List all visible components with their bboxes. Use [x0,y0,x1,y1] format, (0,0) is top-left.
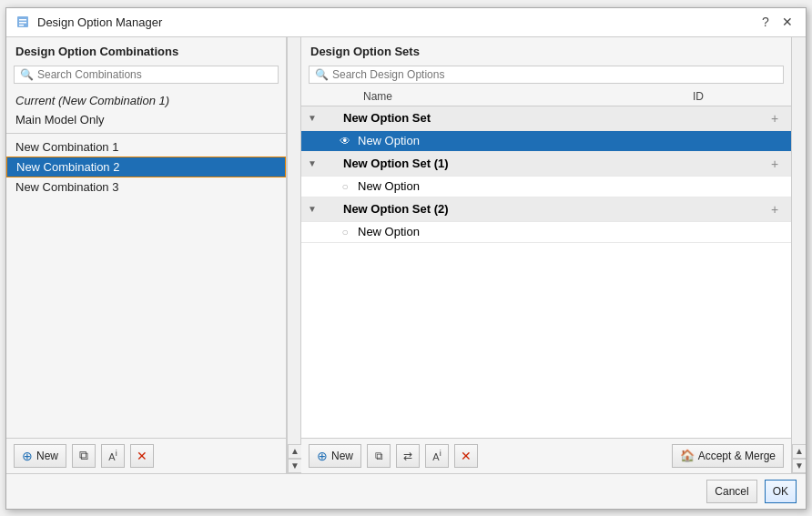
option-set-label: New Option Set (2) [343,202,766,216]
dialog-footer: Cancel OK [6,473,806,509]
right-new-button[interactable]: ⊕ New [309,444,361,468]
title-bar: Design Option Manager ? ✕ [6,8,806,37]
new-icon: ⊕ [22,449,33,463]
title-bar-controls: ? ✕ [756,13,797,31]
eye-icon-placeholder [321,157,340,171]
option-label: New Option [358,179,787,193]
svg-rect-3 [19,25,24,26]
dialog-body: Design Option Combinations 🔍 Current (Ne… [6,37,806,473]
option-search-input[interactable] [332,68,777,81]
add-option-button[interactable]: + [766,109,784,127]
list-item[interactable]: New Combination 3 [6,177,286,197]
rename-icon: Ai [432,449,441,462]
list-item[interactable]: Current (New Combination 1) [6,91,286,110]
transfer-icon: ⇄ [403,450,412,462]
delete-icon: ✕ [137,449,147,463]
expand-icon [320,134,334,148]
combination-search-input[interactable] [37,68,272,81]
option-label: New Option [358,225,787,238]
new-icon: ⊕ [317,449,328,463]
left-panel-header: Design Option Combinations [6,37,286,62]
expand-icon[interactable]: ▼ [305,111,320,126]
left-scroll-area: ▲ ▼ [287,37,301,473]
duplicate-to-icon: ⧉ [375,450,383,462]
accept-merge-button[interactable]: 🏠 Accept & Merge [672,444,784,468]
option-set-label: New Option Set (1) [343,157,766,170]
dialog-icon [15,15,30,29]
search-icon: 🔍 [20,68,34,81]
rename-icon: Ai [108,449,117,462]
right-search-icon: 🔍 [315,68,329,81]
right-rename-button[interactable]: Ai [425,444,449,468]
expand-icon[interactable]: ▼ [305,202,320,217]
option-list: ▼ New Option Set + 👁 New Option ▼ New Op… [301,106,791,438]
option-child-row[interactable]: ○ New Option [301,222,791,243]
right-footer: ⊕ New ⧉ ⇄ Ai ✕ 🏠 Accept & Merg [301,438,791,473]
option-search-box: 🔍 [309,66,784,84]
left-delete-button[interactable]: ✕ [130,444,154,468]
add-option-button[interactable]: + [766,155,784,173]
combination-list: Current (New Combination 1) Main Model O… [6,91,286,438]
col-id-header: ID [693,90,784,103]
left-new-label: New [36,450,58,462]
option-set-label: New Option Set [343,111,766,125]
col-name-header: Name [309,90,693,103]
ok-button[interactable]: OK [765,480,797,503]
left-panel: Design Option Combinations 🔍 Current (Ne… [6,37,287,473]
option-child-row[interactable]: ○ New Option [301,177,791,197]
eye-icon-placeholder [321,111,340,126]
left-rename-button[interactable]: Ai [101,444,125,468]
list-item[interactable]: Main Model Only [6,110,286,129]
list-separator [6,133,286,134]
scroll-up-left[interactable]: ▲ [288,444,302,459]
left-footer: ⊕ New ⧉ Ai ✕ [6,438,286,473]
svg-rect-2 [19,22,26,24]
accept-merge-label: Accept & Merge [698,450,776,462]
design-option-manager-dialog: Design Option Manager ? ✕ Design Option … [5,7,807,510]
right-duplicate-button[interactable]: ⧉ [367,444,391,468]
left-duplicate-button[interactable]: ⧉ [72,444,96,468]
duplicate-icon: ⧉ [79,448,88,463]
expand-icon[interactable]: ▼ [305,157,320,171]
eye-icon[interactable]: 👁 [336,134,354,148]
list-item-selected[interactable]: New Combination 2 [6,157,286,177]
scroll-up-right[interactable]: ▲ [792,444,806,459]
svg-rect-1 [19,19,26,21]
expand-icon [320,179,334,194]
option-table-header: Name ID [301,87,791,106]
right-scroll-area: ▲ ▼ [791,37,806,473]
close-button[interactable]: ✕ [778,13,797,31]
title-bar-left: Design Option Manager [15,15,162,29]
left-new-button[interactable]: ⊕ New [14,444,66,468]
combination-search-box: 🔍 [14,66,279,84]
option-label: New Option [358,134,787,147]
right-delete-button[interactable]: ✕ [454,444,478,468]
help-button[interactable]: ? [756,13,775,31]
dialog-title: Design Option Manager [37,15,162,29]
right-panel: Design Option Sets 🔍 Name ID ▼ New Optio… [301,37,791,473]
eye-icon[interactable]: ○ [336,179,354,194]
option-set-row[interactable]: ▼ New Option Set (1) + [301,152,791,177]
delete-icon: ✕ [461,449,472,463]
eye-icon-placeholder [321,202,340,217]
option-child-row[interactable]: 👁 New Option [301,131,791,152]
scroll-down-right[interactable]: ▼ [792,459,806,473]
accept-merge-icon: 🏠 [680,449,695,462]
option-set-row[interactable]: ▼ New Option Set + [301,106,791,131]
scroll-down-left[interactable]: ▼ [288,459,302,473]
right-transfer-button[interactable]: ⇄ [396,444,420,468]
cancel-button[interactable]: Cancel [706,480,756,503]
right-new-label: New [331,450,353,462]
eye-icon[interactable]: ○ [336,225,354,239]
expand-icon [320,225,334,239]
list-item[interactable]: New Combination 1 [6,137,286,157]
option-set-row[interactable]: ▼ New Option Set (2) + [301,197,791,222]
right-panel-header: Design Option Sets [301,37,791,62]
add-option-button[interactable]: + [766,200,784,218]
